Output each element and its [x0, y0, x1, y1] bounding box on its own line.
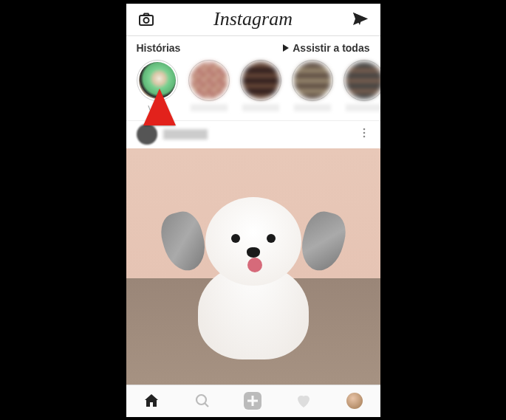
post-header — [126, 120, 380, 148]
post-image[interactable] — [126, 148, 380, 385]
play-icon — [282, 44, 290, 52]
post-author-username[interactable] — [163, 129, 208, 140]
your-story[interactable]: Você — [137, 60, 178, 113]
story-item[interactable] — [343, 60, 380, 113]
story-username — [294, 104, 331, 111]
nav-search-icon[interactable] — [193, 391, 212, 410]
svg-line-6 — [205, 403, 208, 407]
profile-avatar[interactable] — [346, 393, 363, 409]
svg-point-5 — [196, 395, 206, 404]
svg-rect-9 — [247, 400, 258, 402]
nav-profile-icon[interactable] — [345, 391, 364, 410]
story-item[interactable] — [240, 60, 281, 113]
stories-title: Histórias — [137, 42, 181, 54]
svg-point-2 — [363, 128, 365, 131]
camera-icon[interactable] — [137, 10, 156, 29]
stories-row[interactable]: Você — [126, 57, 380, 120]
story-item[interactable] — [292, 60, 333, 113]
post-options-icon[interactable] — [358, 127, 370, 142]
svg-rect-0 — [140, 16, 153, 25]
nav-activity-icon[interactable] — [294, 391, 313, 410]
story-username — [346, 104, 380, 111]
story-username — [191, 104, 228, 111]
story-username — [242, 104, 279, 111]
your-story-label: Você — [148, 104, 165, 113]
bottom-nav — [126, 385, 380, 417]
post-author-avatar[interactable] — [137, 124, 157, 145]
direct-messages-icon[interactable] — [351, 10, 370, 29]
stories-header: Histórias Assistir a todas — [126, 36, 380, 57]
your-story-avatar[interactable] — [137, 60, 178, 101]
watch-all-button[interactable]: Assistir a todas — [282, 42, 369, 54]
post-author[interactable] — [137, 124, 208, 145]
svg-point-3 — [363, 132, 365, 134]
watch-all-label: Assistir a todas — [293, 42, 369, 54]
instagram-logo: Instagram — [213, 8, 293, 30]
instagram-feed-screen: Instagram Histórias Assistir a todas Voc… — [126, 4, 380, 417]
top-bar: Instagram — [126, 4, 380, 36]
nav-home-icon[interactable] — [142, 391, 161, 410]
story-item[interactable] — [188, 60, 230, 113]
svg-point-1 — [143, 18, 148, 23]
svg-point-4 — [363, 136, 365, 138]
nav-add-icon[interactable] — [243, 391, 262, 410]
